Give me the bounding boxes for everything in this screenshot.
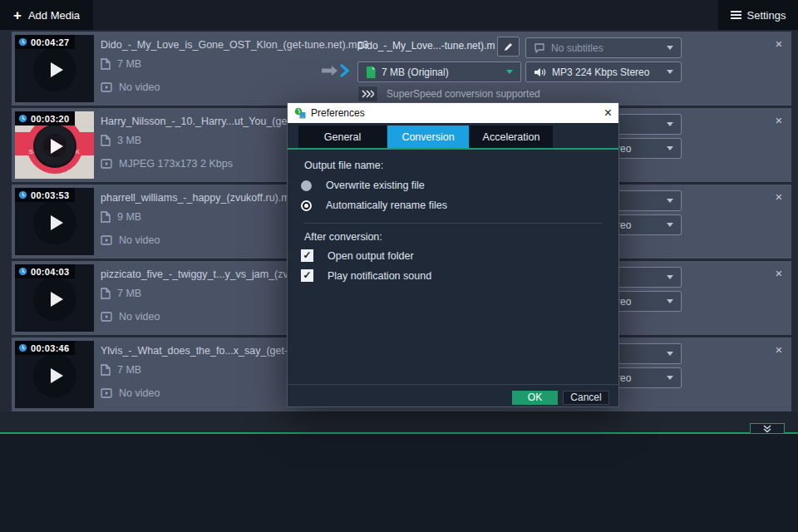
dialog-title: Preferences	[311, 107, 365, 119]
video-icon	[101, 388, 112, 398]
media-thumbnail[interactable]: 00:03:53	[15, 188, 94, 255]
plus-icon: +	[13, 8, 22, 22]
media-size: 7 MB	[101, 288, 141, 299]
clock-icon	[18, 37, 27, 47]
duration-text: 00:03:20	[31, 114, 69, 124]
radio-icon[interactable]	[301, 180, 312, 191]
clock-icon	[18, 267, 27, 276]
checkbox-notification-sound[interactable]: ✓ Play notification sound	[301, 269, 431, 282]
rename-button[interactable]	[497, 37, 520, 57]
output-file-icon	[366, 66, 376, 78]
video-icon	[101, 235, 112, 245]
play-button[interactable]	[33, 278, 76, 321]
superspeed-icon	[357, 86, 378, 102]
media-video-info: No video	[101, 387, 160, 399]
video-icon	[101, 82, 112, 92]
duration-badge: 00:03:20	[15, 111, 75, 126]
chevron-down-icon	[506, 70, 513, 74]
double-chevron-down-icon	[762, 425, 772, 433]
file-icon	[101, 58, 111, 70]
media-thumbnail[interactable]: 00:04:03	[15, 264, 94, 332]
media-thumbnail[interactable]: 00:03:46	[15, 341, 94, 408]
radio-label: Automatically rename files	[326, 200, 447, 211]
divider	[288, 384, 618, 385]
play-button[interactable]	[33, 201, 76, 244]
media-video-info: No video	[101, 234, 160, 246]
dialog-close-button[interactable]: ×	[604, 106, 612, 120]
clock-icon	[18, 343, 27, 352]
media-video-info: MJPEG 173x173 2 Kbps	[101, 158, 233, 170]
media-size-text: 7 MB	[117, 58, 141, 70]
app-logo-icon	[294, 107, 306, 119]
radio-rename[interactable]: Automatically rename files	[301, 200, 447, 211]
dialog-tabs: General Conversion Acceleration	[288, 126, 618, 150]
checkbox-checked-icon[interactable]: ✓	[301, 269, 313, 282]
media-size: 9 MB	[101, 211, 141, 223]
pencil-icon	[503, 42, 514, 52]
remove-media-button[interactable]: ×	[771, 342, 786, 357]
remove-media-button[interactable]: ×	[771, 37, 786, 52]
duration-badge: 00:03:46	[15, 341, 75, 355]
duration-text: 00:04:03	[31, 267, 69, 277]
preferences-dialog: Preferences × General Conversion Acceler…	[287, 102, 619, 407]
remove-media-button[interactable]: ×	[771, 190, 786, 204]
subtitles-icon	[534, 43, 545, 53]
play-icon	[51, 62, 63, 77]
radio-selected-icon[interactable]	[301, 200, 312, 211]
play-button[interactable]	[33, 354, 76, 397]
play-icon	[51, 215, 63, 230]
speaker-icon	[534, 67, 546, 77]
play-icon	[51, 292, 63, 307]
tab-acceleration[interactable]: Acceleration	[470, 126, 553, 148]
after-conversion-label: After conversion:	[304, 231, 382, 243]
checkbox-checked-icon[interactable]: ✓	[301, 249, 313, 262]
ok-button[interactable]: OK	[512, 391, 558, 405]
checkbox-label: Play notification sound	[328, 270, 431, 282]
duration-text: 00:03:46	[31, 343, 69, 353]
file-icon	[101, 288, 111, 299]
chevron-down-icon	[667, 352, 673, 356]
media-thumbnail[interactable]: ORIGINAL SOUNDTRACK 00:03:20	[15, 111, 94, 179]
add-media-button[interactable]: + Add Media	[0, 0, 93, 30]
chevron-down-icon	[667, 70, 673, 74]
duration-text: 00:04:27	[31, 37, 69, 47]
checkbox-open-folder[interactable]: ✓ Open output folder	[301, 249, 414, 262]
settings-button[interactable]: Settings	[718, 0, 798, 30]
duration-badge: 00:04:27	[15, 35, 75, 49]
media-video-text: MJPEG 173x173 2 Kbps	[119, 158, 233, 170]
output-format-dropdown[interactable]: 7 MB (Original)	[357, 62, 521, 82]
format-browser: Popular Video Devices Audio Images mp3	[0, 434, 798, 532]
play-icon	[51, 139, 63, 154]
chevron-down-icon	[667, 223, 673, 227]
media-size: 3 MB	[101, 135, 141, 146]
cancel-button[interactable]: Cancel	[563, 391, 609, 405]
media-video-text: No video	[119, 387, 160, 399]
tab-conversion[interactable]: Conversion	[387, 126, 469, 148]
media-video-text: No video	[119, 81, 160, 93]
remove-media-button[interactable]: ×	[771, 113, 786, 128]
output-format-value: 7 MB (Original)	[382, 66, 449, 78]
audio-format-dropdown[interactable]: MP3 224 Kbps Stereo	[525, 62, 682, 82]
collapse-panel-button[interactable]	[750, 423, 785, 434]
output-file-name-label: Output file name:	[304, 160, 383, 171]
media-thumbnail[interactable]: 00:04:27	[15, 35, 94, 102]
media-video-info: No video	[101, 311, 160, 323]
subtitles-dropdown[interactable]: No subtitles	[525, 37, 682, 58]
subtitles-value: No subtitles	[551, 42, 603, 54]
duration-badge: 00:04:03	[15, 264, 75, 278]
chevron-down-icon	[667, 46, 673, 50]
clock-icon	[18, 114, 27, 123]
dialog-titlebar[interactable]: Preferences ×	[288, 103, 618, 123]
radio-overwrite[interactable]: Overwrite existing file	[301, 180, 425, 191]
remove-media-button[interactable]: ×	[771, 266, 786, 281]
top-toolbar: + Add Media Settings	[0, 0, 798, 30]
chevron-down-icon	[667, 275, 673, 279]
duration-badge: 00:03:53	[15, 188, 75, 202]
play-button[interactable]	[33, 48, 76, 91]
media-row-1[interactable]: 00:04:27 Dido_-_My_Love_is_Gone_OST_Klon…	[12, 32, 791, 106]
settings-label: Settings	[747, 9, 786, 22]
media-size-text: 9 MB	[117, 211, 141, 223]
play-button[interactable]	[33, 125, 76, 168]
tab-general[interactable]: General	[298, 126, 387, 148]
video-icon	[101, 312, 112, 322]
